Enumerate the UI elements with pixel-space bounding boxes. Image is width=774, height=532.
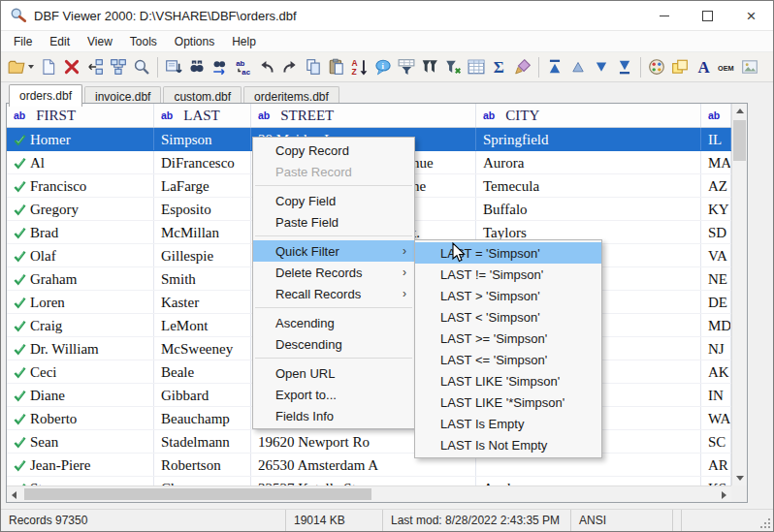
scroll-left-button[interactable]	[7, 487, 21, 502]
vertical-scroll-thumb[interactable]	[733, 120, 746, 161]
close-button[interactable]: ×	[729, 1, 773, 30]
cell-first[interactable]: Graham	[7, 267, 154, 290]
paint-button[interactable]	[511, 54, 534, 79]
cell-state[interactable]: VA	[701, 244, 731, 266]
quick-filter-option[interactable]: LAST LIKE '*Simpson'	[415, 391, 601, 413]
filter-button[interactable]	[418, 54, 441, 79]
context-menu-item-copy-record[interactable]: Copy Record	[253, 140, 414, 161]
replace-button[interactable]: abac	[232, 54, 255, 79]
cell-state[interactable]: NE	[701, 267, 731, 290]
copy-button[interactable]	[302, 54, 325, 79]
quick-filter-option[interactable]: LAST > 'Simpson'	[415, 285, 601, 306]
first-record-button[interactable]	[543, 54, 566, 79]
cell-first[interactable]: Jean-Piere	[7, 454, 154, 476]
oem-button[interactable]: OEM	[715, 54, 738, 79]
quick-filter-option[interactable]: LAST = 'Simpson'	[415, 242, 601, 264]
cell-first[interactable]: Craig	[7, 314, 154, 336]
cell-first[interactable]: Sean	[7, 430, 154, 453]
cell-state[interactable]: KY	[701, 198, 731, 220]
comment-button[interactable]: i	[371, 54, 395, 79]
table-row[interactable]: SeanStadelmann19620 Newport RoSC	[7, 430, 747, 454]
cell-last[interactable]: Kaster	[154, 291, 251, 313]
cell-state[interactable]: SD	[701, 221, 731, 243]
next-record-button[interactable]	[590, 54, 613, 79]
menu-help[interactable]: Help	[223, 33, 265, 50]
column-header-first[interactable]: abFIRST	[7, 104, 154, 127]
cell-last[interactable]: DiFrancesco	[154, 151, 251, 173]
column-header-city[interactable]: abCITY	[476, 104, 701, 127]
context-menu-item-open-url[interactable]: Open URL	[253, 362, 414, 384]
cell-last[interactable]: McMillan	[154, 221, 251, 243]
cell-first[interactable]: Homer	[7, 128, 154, 150]
cell-state[interactable]: MD	[701, 314, 731, 336]
find-button[interactable]	[185, 54, 209, 79]
structure-import-button[interactable]	[83, 54, 107, 79]
sum-button[interactable]: Σ	[488, 54, 511, 79]
cell-first[interactable]: Gregory	[7, 198, 154, 220]
cell-last[interactable]: Beauchamp	[154, 407, 251, 429]
cell-last[interactable]: Stadelmann	[154, 430, 251, 453]
menu-file[interactable]: File	[5, 33, 41, 50]
cell-last[interactable]: LeMont	[154, 314, 251, 336]
minimize-button[interactable]	[642, 1, 686, 30]
cell-state[interactable]: AR	[701, 454, 731, 476]
horizontal-scroll-thumb[interactable]	[24, 488, 371, 500]
cell-first[interactable]: Ceci	[7, 360, 154, 383]
menu-options[interactable]: Options	[166, 33, 223, 50]
cell-first[interactable]: Al	[7, 151, 154, 173]
quick-filter-option[interactable]: LAST >= 'Simpson'	[415, 328, 601, 349]
resize-grip[interactable]	[759, 517, 771, 529]
delete-record-button[interactable]	[60, 54, 83, 79]
grid-view-button[interactable]	[465, 54, 488, 79]
cell-last[interactable]: Esposito	[154, 198, 251, 220]
open-folder-button[interactable]	[5, 54, 37, 79]
redo-button[interactable]	[278, 54, 302, 79]
context-menu-item-delete-records[interactable]: Delete Records›	[253, 262, 414, 283]
filter-clear-button[interactable]	[441, 54, 465, 79]
context-menu-item-fields-info[interactable]: Fields Info	[253, 405, 414, 426]
cell-state[interactable]: AK	[701, 360, 731, 383]
menu-view[interactable]: View	[79, 33, 121, 50]
filter-table-button[interactable]	[395, 54, 418, 79]
quick-filter-option[interactable]: LAST Is Empty	[415, 413, 601, 434]
context-menu-item-recall-records[interactable]: Recall Records›	[253, 283, 414, 304]
cell-last[interactable]: Gibbard	[154, 384, 251, 406]
context-menu-item-ascending[interactable]: Ascending	[253, 312, 414, 333]
paste-button[interactable]	[325, 54, 348, 79]
table-row[interactable]: Jean-PiereRobertson26530 Amsterdam AAR	[7, 454, 747, 477]
quick-filter-option[interactable]: LAST Is Not Empty	[415, 434, 601, 455]
quick-filter-option[interactable]: LAST != 'Simpson'	[415, 264, 601, 285]
export-image-button[interactable]	[738, 54, 761, 79]
colors-button[interactable]	[645, 54, 668, 79]
cell-state[interactable]: DE	[701, 291, 731, 313]
horizontal-scrollbar[interactable]	[7, 485, 731, 502]
cell-last[interactable]: Robertson	[154, 454, 251, 476]
cell-first[interactable]: Brad	[7, 221, 154, 243]
cell-first[interactable]: Loren	[7, 291, 154, 313]
cell-last[interactable]: Gillespie	[154, 244, 251, 266]
last-record-button[interactable]	[613, 54, 636, 79]
cell-state[interactable]: IN	[701, 384, 731, 406]
structure-view-button[interactable]	[107, 54, 130, 79]
sort-az-button[interactable]: AZ	[348, 54, 371, 79]
scroll-down-button[interactable]	[732, 471, 747, 485]
cell-first[interactable]: Olaf	[7, 244, 154, 266]
save-record-button[interactable]	[162, 54, 185, 79]
cell-state[interactable]: WA	[701, 407, 731, 429]
context-menu-item-paste-field[interactable]: Paste Field	[253, 211, 414, 233]
scroll-up-button[interactable]	[732, 104, 747, 118]
context-menu-item-quick-filter[interactable]: Quick Filter›	[253, 240, 414, 262]
prior-record-button[interactable]	[566, 54, 590, 79]
cell-first[interactable]: Roberto	[7, 407, 154, 429]
context-menu-item-paste-record[interactable]: Paste Record	[253, 161, 414, 182]
cell-city[interactable]: Buffalo	[476, 198, 701, 220]
context-menu-item-copy-field[interactable]: Copy Field	[253, 190, 414, 211]
find-next-button[interactable]	[209, 54, 232, 79]
context-menu-item-export-to-[interactable]: Export to...	[253, 384, 414, 405]
column-header-last[interactable]: abLAST	[154, 104, 251, 127]
maximize-button[interactable]	[686, 1, 729, 30]
scroll-right-button[interactable]	[717, 487, 731, 502]
font-button[interactable]: A	[692, 54, 715, 79]
quick-filter-option[interactable]: LAST < 'Simpson'	[415, 306, 601, 328]
cell-last[interactable]: McSweeney	[154, 337, 251, 360]
